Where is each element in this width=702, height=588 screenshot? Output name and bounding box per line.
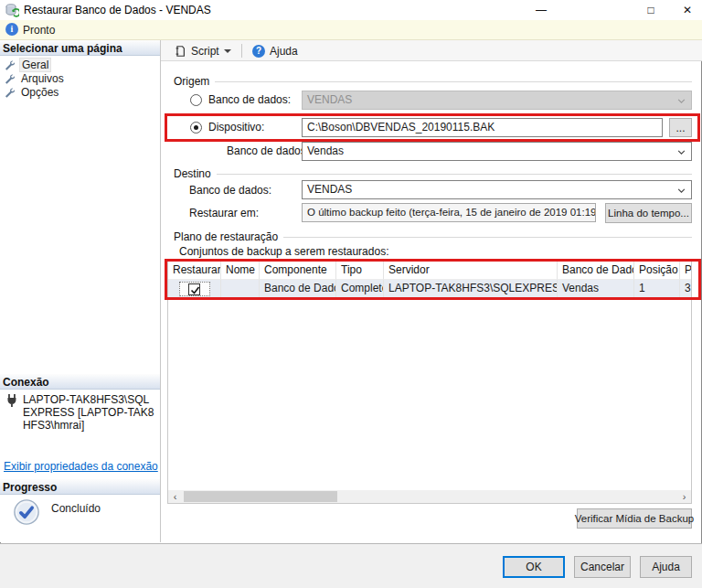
table-header-row: Restaurar Nome Componente Tipo Servidor … (168, 262, 691, 280)
device-database-combo[interactable]: Vendas (302, 142, 692, 161)
browse-button[interactable]: ... (669, 118, 692, 137)
radio-dispositivo-label: Dispositivo: (208, 121, 264, 134)
view-connection-properties-link[interactable]: Exibir propriedades da conexão (4, 460, 158, 473)
verify-backup-media-label: Verificar Mídia de Backup (575, 513, 694, 524)
radio-dispositivo[interactable] (190, 122, 202, 134)
source-database-value: VENDAS (307, 93, 352, 106)
sidebar-item-label: Geral (19, 58, 51, 72)
column-header-tipo[interactable]: Tipo (336, 262, 384, 280)
source-database-combo: VENDAS (302, 91, 692, 110)
cancel-label: Cancelar (580, 561, 624, 573)
device-path-input[interactable]: C:\Boson\DBVENDAS_20190115.BAK (302, 118, 663, 137)
dialog-toolbar: Script ? Ajuda (161, 40, 702, 61)
toolbar-separator (241, 44, 242, 58)
origem-group: Origem (167, 75, 692, 88)
column-header-nome[interactable]: Nome (221, 262, 260, 280)
column-header-servidor[interactable]: Servidor (384, 262, 558, 280)
column-header-banco-de-dados[interactable]: Banco de Dados (558, 262, 634, 280)
help-toolbar-button[interactable]: ? Ajuda (249, 42, 302, 59)
target-database-label: Banco de dados: (189, 184, 271, 197)
sidebar-item-label: Arquivos (19, 72, 66, 85)
script-label: Script (191, 45, 219, 58)
maximize-button[interactable]: □ (638, 0, 664, 20)
banco-de-dados-cell: Vendas (558, 280, 634, 298)
restore-to-field: O último backup feito (terça-feira, 15 d… (302, 203, 596, 222)
restaurar-cell (168, 280, 221, 298)
progress-status-text: Concluído (51, 502, 101, 515)
posicao-cell: 1 (634, 280, 680, 298)
help-icon: ? (252, 45, 265, 58)
sidebar-item-opcoes[interactable]: Opções (4, 85, 60, 99)
column-header-primeiro-lsn[interactable]: Pr (680, 262, 692, 280)
scrollbar-thumb[interactable] (184, 491, 337, 502)
restore-database-dialog: Restaurar Banco de Dados - VENDAS — □ ✕ … (0, 0, 702, 588)
connection-entry: LAPTOP-TAK8HFS3\SQLEXPRESS [LAPTOP-TAK8H… (5, 393, 155, 432)
dialog-footer: OK Cancelar Ajuda (0, 543, 702, 588)
restore-to-value: O último backup feito (terça-feira, 15 d… (307, 207, 596, 218)
table-row[interactable]: Banco de Dados Completo LAPTOP-TAK8HFS3\… (168, 280, 691, 298)
origem-title: Origem (167, 75, 209, 88)
restaurar-checkbox-checked[interactable] (188, 283, 200, 295)
restore-database-icon (5, 3, 19, 17)
restore-to-label: Restaurar em: (189, 207, 259, 219)
timeline-button-label: Linha do tempo... (608, 208, 689, 219)
connection-header: Conexão (0, 374, 160, 390)
primeiro-lsn-cell: 3 (680, 280, 692, 298)
column-header-restaurar[interactable]: Restaurar (168, 262, 221, 280)
select-page-header: Selecionar uma página (0, 40, 160, 56)
timeline-button[interactable]: Linha do tempo... (605, 203, 692, 223)
tipo-cell: Completo (336, 280, 384, 298)
chevron-down-icon (677, 188, 686, 193)
scroll-left-icon[interactable]: ‹ (168, 490, 182, 503)
radio-banco-label: Banco de dados: (208, 93, 291, 106)
sidebar-item-arquivos[interactable]: Arquivos (4, 71, 66, 85)
backup-sets-label: Conjuntos de backup a serem restaurados: (179, 245, 388, 258)
scroll-right-icon[interactable]: › (677, 490, 691, 503)
ok-button[interactable]: OK (503, 556, 565, 578)
help-label: Ajuda (270, 45, 298, 58)
device-path-value: C:\Boson\DBVENDAS_20190115.BAK (307, 121, 495, 134)
wrench-icon (4, 87, 15, 98)
nome-cell (221, 280, 260, 298)
chevron-down-icon (677, 99, 686, 103)
horizontal-scrollbar[interactable]: ‹ › (168, 490, 691, 503)
radio-banco-de-dados[interactable] (190, 94, 202, 106)
verify-backup-media-button[interactable]: Verificar Mídia de Backup (577, 508, 692, 529)
minimize-button[interactable]: — (528, 0, 554, 20)
group-rule (217, 174, 692, 175)
sidebar-item-geral[interactable]: Geral (4, 58, 51, 71)
servidor-cell: LAPTOP-TAK8HFS3\SQLEXPRESS (384, 280, 558, 298)
destino-group: Destino (167, 167, 692, 180)
success-check-icon (13, 498, 40, 526)
target-database-combo[interactable]: VENDAS (302, 180, 692, 199)
column-header-posicao[interactable]: Posição (634, 262, 680, 280)
group-rule (283, 237, 692, 238)
connection-server-text: LAPTOP-TAK8HFS3\SQLEXPRESS [LAPTOP-TAK8H… (23, 393, 155, 432)
device-database-label: Banco de dados: (227, 144, 309, 157)
column-header-componente[interactable]: Componente (260, 262, 336, 280)
group-rule (215, 81, 692, 82)
componente-cell: Banco de Dados (260, 280, 336, 298)
help-button[interactable]: Ajuda (640, 556, 692, 578)
status-strip: i Pronto (0, 20, 702, 40)
ok-label: OK (526, 561, 541, 573)
progress-header: Progresso (0, 479, 160, 495)
device-database-value: Vendas (307, 144, 344, 157)
title-bar: Restaurar Banco de Dados - VENDAS — □ ✕ (0, 0, 702, 20)
wrench-icon (4, 73, 15, 84)
plano-group: Plano de restauração (167, 230, 692, 243)
chevron-down-icon (677, 150, 686, 155)
help-label: Ajuda (652, 561, 680, 573)
checkbox-focus-frame (179, 282, 210, 296)
status-text: Pronto (23, 24, 55, 37)
script-button[interactable]: Script (170, 42, 235, 59)
script-icon (174, 45, 186, 58)
left-panel: Selecionar uma página Geral Arquivos Opç… (0, 40, 161, 542)
plano-title: Plano de restauração (167, 230, 278, 243)
cancel-button[interactable]: Cancelar (574, 556, 631, 578)
chevron-down-icon[interactable] (224, 49, 231, 53)
wrench-icon (4, 59, 15, 70)
close-button[interactable]: ✕ (675, 0, 700, 20)
info-icon: i (5, 23, 18, 36)
window-title: Restaurar Banco de Dados - VENDAS (24, 4, 211, 16)
